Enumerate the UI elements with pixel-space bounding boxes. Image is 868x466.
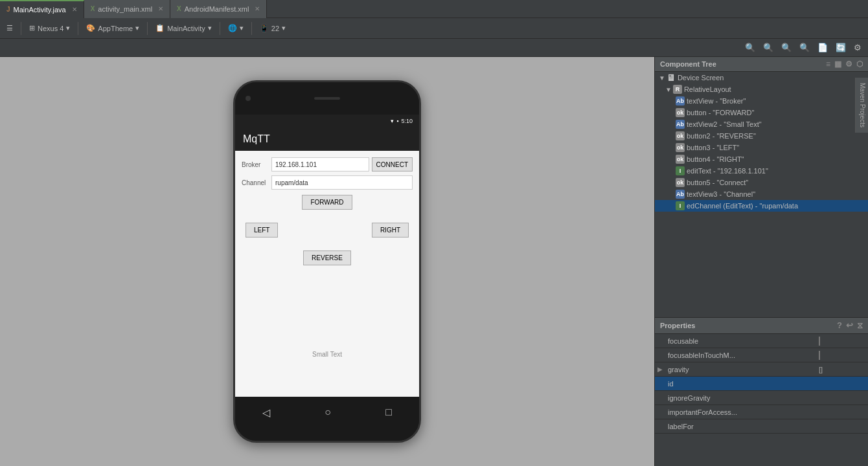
java-icon: J: [6, 6, 10, 13]
button-icon-5: ok: [676, 178, 685, 187]
prop-value-focusable: [816, 337, 868, 345]
tab-close-manifest[interactable]: ✕: [255, 5, 260, 12]
design-canvas: ▾ ▪ 5:10 MqTT Broker CONNECT: [0, 57, 654, 466]
device-screen-icon: 🖥: [667, 73, 676, 82]
reverse-area: REVERSE: [242, 250, 413, 265]
tab-activity-xml[interactable]: X activity_main.xml ✕: [84, 0, 170, 18]
settings-icon[interactable]: ⚙: [845, 60, 852, 69]
tab-close-java[interactable]: ✕: [72, 6, 77, 13]
zoom-in-btn[interactable]: 🔍: [742, 41, 758, 54]
tree-button5[interactable]: ok button5 - "Connect": [655, 177, 868, 188]
toolbar-api-level[interactable]: 📱 22 ▾: [257, 23, 288, 34]
prop-important[interactable]: importantForAccess...: [655, 405, 868, 419]
tree-textview3-label: textView3 - "Channel": [687, 190, 755, 198]
lr-area: LEFT RIGHT: [242, 223, 413, 238]
tree-edchannel[interactable]: I edChannel (EditText) - "rupam/data: [655, 200, 868, 212]
left-button[interactable]: LEFT: [246, 223, 278, 238]
prop-gravity[interactable]: ▶ gravity []: [655, 362, 868, 377]
connect-button[interactable]: CONNECT: [372, 157, 413, 172]
separator-1: [21, 22, 21, 35]
tree-edittext-label: editText - "192.168.1.101": [687, 167, 768, 175]
broker-input[interactable]: [271, 157, 369, 172]
panel-title-icons: ≡ ▦ ⚙ ⬡: [826, 60, 863, 69]
tree-arrow-relative: ▼: [665, 86, 672, 93]
properties-table: focusable focusableInTouchM...: [655, 334, 868, 466]
nav-home-btn[interactable]: ○: [325, 406, 331, 418]
tree-device-screen[interactable]: ▼ 🖥 Device Screen: [655, 72, 868, 83]
toolbar-nexus-label: Nexus 4: [38, 25, 63, 32]
settings-btn[interactable]: ⚙: [851, 41, 864, 54]
zoom-out-btn[interactable]: 🔍: [760, 41, 776, 54]
zoom-reset-btn[interactable]: 🔍: [779, 41, 794, 54]
tree-button2[interactable]: ok button2 - "REVERSE": [655, 130, 868, 142]
checkbox-touch[interactable]: [819, 351, 820, 360]
prop-label-for[interactable]: labelFor: [655, 419, 868, 434]
separator-3: [147, 22, 148, 35]
screenshot-btn[interactable]: 📄: [815, 41, 830, 54]
tree-relative-layout[interactable]: ▼ R RelativeLayout: [655, 83, 868, 95]
tab-bar: J MainActivity.java ✕ X activity_main.xm…: [0, 0, 868, 18]
tree-textview-broker[interactable]: Ab textView - "Broker": [655, 95, 868, 107]
prop-name-label: labelFor: [665, 423, 816, 430]
tab-main-activity-java[interactable]: J MainActivity.java ✕: [0, 0, 84, 18]
tree-button2-label: button2 - "REVERSE": [687, 132, 756, 140]
nav-recents-btn[interactable]: □: [385, 406, 392, 418]
toolbar-menu-icon[interactable]: ☰: [4, 23, 16, 34]
edchannel-icon: I: [676, 201, 685, 210]
prop-focusable-touch[interactable]: focusableInTouchM...: [655, 348, 868, 362]
properties-label: Properties: [660, 322, 695, 329]
nav-back-btn[interactable]: ◁: [262, 406, 270, 419]
toolbar-apptheme-label: AppTheme: [98, 25, 133, 32]
tree-button3-label: button3 - "LEFT": [687, 144, 739, 151]
phone-top-bar: [235, 82, 419, 115]
forward-button[interactable]: FORWARD: [302, 195, 352, 210]
tab-label-java: MainActivity.java: [14, 6, 66, 14]
toolbar-apptheme[interactable]: 🎨 AppTheme ▾: [84, 23, 142, 34]
toolbar-mainactivity[interactable]: 📋 MainActivity ▾: [153, 23, 214, 34]
right-panel: Component Tree ≡ ▦ ⚙ ⬡ ▼ 🖥 Device Screen: [654, 57, 868, 466]
maven-projects-tab[interactable]: Maven Projects: [855, 78, 868, 133]
tab-close-xml[interactable]: ✕: [158, 5, 163, 12]
columns-icon[interactable]: ▦: [834, 60, 841, 69]
sort-icon[interactable]: ≡: [826, 60, 830, 69]
time-display: 5:10: [401, 118, 413, 124]
zoom-fit-btn[interactable]: 🔍: [797, 41, 812, 54]
properties-panel: Properties ? ↩ ⧖ focusable: [655, 317, 868, 466]
forward-area: FORWARD: [242, 195, 413, 210]
expand-icon[interactable]: ⬡: [856, 60, 863, 69]
tree-textview-broker-label: textView - "Broker": [687, 97, 746, 105]
props-filter-icon[interactable]: ⧖: [857, 320, 863, 331]
tree-button3[interactable]: ok button3 - "LEFT": [655, 142, 868, 153]
right-button[interactable]: RIGHT: [372, 223, 409, 238]
tree-button-forward[interactable]: ok button - "FORWARD": [655, 107, 868, 118]
refresh-btn[interactable]: 🔄: [833, 41, 849, 54]
checkbox-focusable[interactable]: [819, 337, 820, 346]
textview-icon-3: Ab: [676, 190, 685, 199]
props-help-icon[interactable]: ?: [837, 320, 842, 331]
separator-5: [251, 22, 252, 35]
reverse-button[interactable]: REVERSE: [303, 250, 351, 265]
toolbar-globe[interactable]: 🌐 ▾: [225, 23, 246, 34]
prop-focusable[interactable]: focusable: [655, 334, 868, 348]
tree-textview2[interactable]: Ab textView2 - "Small Text": [655, 118, 868, 130]
tree-textview2-label: textView2 - "Small Text": [687, 120, 762, 128]
tree-edittext[interactable]: I editText - "192.168.1.101": [655, 165, 868, 177]
channel-input[interactable]: [271, 175, 413, 190]
separator-2: [78, 22, 78, 35]
layout-icon: R: [673, 85, 682, 94]
xml-icon-2: X: [177, 5, 181, 12]
channel-label: Channel: [242, 179, 269, 186]
props-undo-icon[interactable]: ↩: [846, 320, 853, 331]
tree-textview3[interactable]: Ab textView3 - "Channel": [655, 188, 868, 200]
prop-value-gravity: []: [816, 366, 868, 373]
tree-button4[interactable]: ok button4 - "RIGHT": [655, 153, 868, 165]
prop-id[interactable]: id: [655, 377, 868, 391]
prop-ignore-gravity[interactable]: ignoreGravity: [655, 391, 868, 405]
tree-arrow-device: ▼: [659, 74, 665, 82]
toolbar-nexus[interactable]: ⊞ Nexus 4 ▾: [27, 23, 73, 34]
phone-title-bar: MqTT: [235, 128, 419, 151]
toolbar-1: ☰ ⊞ Nexus 4 ▾ 🎨 AppTheme ▾ 📋 MainActivit…: [0, 18, 868, 39]
component-tree-title: Component Tree ≡ ▦ ⚙ ⬡: [655, 57, 868, 72]
tab-manifest-xml[interactable]: X AndroidManifest.xml ✕: [170, 0, 267, 18]
component-tree: Component Tree ≡ ▦ ⚙ ⬡ ▼ 🖥 Device Screen: [655, 57, 868, 317]
